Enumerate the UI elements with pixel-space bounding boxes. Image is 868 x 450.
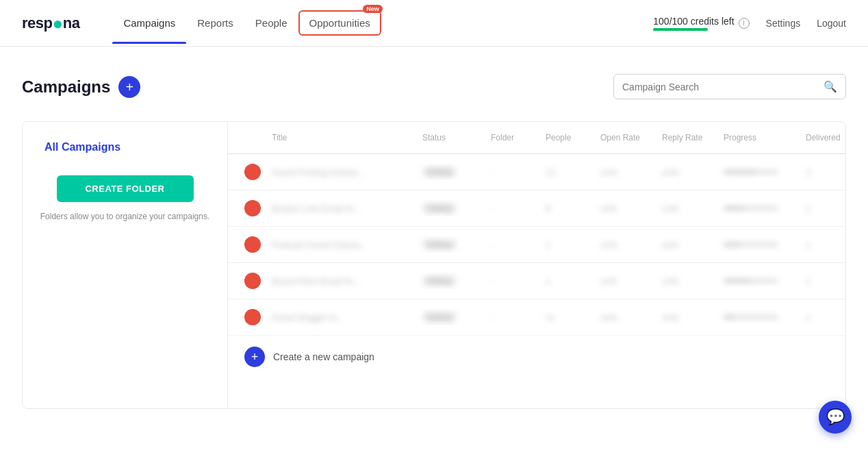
col-title: Title bbox=[266, 130, 417, 145]
row-delivered: 1 bbox=[800, 310, 845, 325]
row-people: 6 bbox=[540, 201, 595, 216]
table-row[interactable]: Brand Pitch Email fo... Editing - 1 xx% … bbox=[228, 263, 845, 299]
row-folder: - bbox=[485, 310, 540, 325]
row-progress bbox=[718, 167, 800, 177]
row-reply-rate: xx% bbox=[656, 273, 718, 289]
create-campaign-label: Create a new campaign bbox=[273, 351, 374, 362]
row-people: 1 bbox=[540, 273, 595, 289]
logout-link[interactable]: Logout bbox=[817, 18, 846, 29]
col-reply-rate: Reply Rate bbox=[656, 130, 718, 145]
settings-link[interactable]: Settings bbox=[766, 18, 801, 29]
col-open-rate: Open Rate bbox=[595, 130, 656, 145]
row-delivered: 1 bbox=[800, 164, 845, 180]
row-icon bbox=[239, 306, 266, 328]
header: resp●na Campaigns Reports People Opportu… bbox=[0, 0, 868, 47]
row-progress bbox=[718, 240, 800, 249]
nav-item-reports[interactable]: Reports bbox=[186, 2, 244, 44]
nav-item-opportunities[interactable]: Opportunities New bbox=[298, 10, 381, 36]
row-status: Editing bbox=[417, 273, 485, 289]
row-title: Guest bloggin fo... bbox=[266, 310, 417, 325]
credits-fill bbox=[653, 28, 708, 31]
table-row[interactable]: Broken Link Email fo... Editing - 6 xx% … bbox=[228, 190, 845, 227]
page-title: Campaigns bbox=[22, 77, 110, 97]
row-icon bbox=[239, 161, 266, 183]
row-status: Editing bbox=[417, 164, 485, 180]
row-open-rate: xx% bbox=[595, 237, 656, 253]
logo[interactable]: resp●na bbox=[22, 14, 79, 32]
row-people: 1 bbox=[540, 237, 595, 253]
row-title: Broken Link Email fo... bbox=[266, 201, 417, 216]
credits-text: 100/100 credits left bbox=[653, 16, 734, 27]
row-open-rate: xx% bbox=[595, 164, 656, 180]
row-folder: - bbox=[485, 237, 540, 253]
row-reply-rate: xx% bbox=[656, 310, 718, 325]
table-row[interactable]: Guest Posting Outrea... Editing - 11 xx%… bbox=[228, 154, 845, 190]
row-reply-rate: xx% bbox=[656, 164, 718, 180]
add-campaign-button[interactable]: + bbox=[118, 76, 140, 98]
row-folder: - bbox=[485, 273, 540, 289]
row-open-rate: xx% bbox=[595, 310, 656, 325]
table-row[interactable]: Podcast Guest Outrea... Editing - 1 xx% … bbox=[228, 227, 845, 263]
col-status: Status bbox=[417, 130, 485, 145]
page-title-container: Campaigns + bbox=[22, 76, 140, 98]
header-right: 100/100 credits left i Settings Logout bbox=[653, 16, 846, 31]
campaigns-sidebar: All Campaigns CREATE FOLDER Folders allo… bbox=[23, 122, 228, 408]
col-progress: Progress bbox=[718, 130, 800, 145]
col-delivered: Delivered bbox=[800, 130, 845, 145]
nav-item-people[interactable]: People bbox=[244, 2, 298, 44]
col-icon bbox=[239, 130, 266, 145]
credits-container: 100/100 credits left i bbox=[653, 16, 749, 31]
row-reply-rate: xx% bbox=[656, 237, 718, 253]
campaigns-area: All Campaigns CREATE FOLDER Folders allo… bbox=[22, 121, 846, 409]
row-delivered: 1 bbox=[800, 273, 845, 289]
credits-block: 100/100 credits left bbox=[653, 16, 734, 31]
credits-info-icon[interactable]: i bbox=[739, 18, 750, 29]
chat-icon: 💬 bbox=[826, 408, 845, 409]
row-status: Editing bbox=[417, 200, 485, 216]
create-campaign-icon: + bbox=[244, 347, 265, 367]
credits-bar bbox=[653, 28, 708, 31]
new-badge: New bbox=[363, 5, 383, 13]
table-row[interactable]: Guest bloggin fo... Editing - xx xx% xx%… bbox=[228, 299, 845, 336]
page-header: Campaigns + 🔍 bbox=[22, 74, 846, 99]
row-progress bbox=[718, 276, 800, 286]
row-progress bbox=[718, 312, 800, 322]
row-icon bbox=[239, 270, 266, 292]
col-folder: Folder bbox=[485, 130, 540, 145]
row-open-rate: xx% bbox=[595, 201, 656, 216]
campaigns-table: Title Status Folder People Open Rate Rep… bbox=[228, 122, 845, 408]
col-people: People bbox=[540, 130, 595, 145]
row-icon bbox=[239, 197, 266, 219]
main-nav: Campaigns Reports People Opportunities N… bbox=[112, 2, 653, 44]
logo-text: resp●na bbox=[22, 14, 79, 32]
row-title: Brand Pitch Email fo... bbox=[266, 273, 417, 289]
all-campaigns-label[interactable]: All Campaigns bbox=[36, 136, 214, 159]
row-open-rate: xx% bbox=[595, 273, 656, 289]
row-status: Editing bbox=[417, 309, 485, 325]
create-folder-button[interactable]: CREATE FOLDER bbox=[57, 175, 194, 202]
row-people: 11 bbox=[540, 164, 595, 180]
table-header: Title Status Folder People Open Rate Rep… bbox=[228, 122, 845, 154]
row-title: Podcast Guest Outrea... bbox=[266, 237, 417, 253]
row-progress bbox=[718, 203, 800, 213]
campaign-search-box: 🔍 bbox=[613, 74, 846, 99]
create-campaign-row[interactable]: + Create a new campaign bbox=[228, 336, 845, 378]
row-title: Guest Posting Outrea... bbox=[266, 164, 417, 180]
row-reply-rate: xx% bbox=[656, 201, 718, 216]
nav-item-campaigns[interactable]: Campaigns bbox=[112, 2, 186, 44]
row-folder: - bbox=[485, 164, 540, 180]
search-icon: 🔍 bbox=[824, 80, 837, 93]
row-people: xx bbox=[540, 310, 595, 325]
folder-hint: Folders allow you to organize your campa… bbox=[36, 210, 214, 223]
row-delivered: 1 bbox=[800, 201, 845, 216]
row-folder: - bbox=[485, 201, 540, 216]
opportunities-label: Opportunities bbox=[309, 17, 370, 29]
campaign-search-input[interactable] bbox=[622, 82, 818, 92]
row-delivered: 1 bbox=[800, 237, 845, 253]
row-status: Editing bbox=[417, 236, 485, 253]
main-content: Campaigns + 🔍 All Campaigns CREATE FOLDE… bbox=[0, 47, 868, 409]
row-icon bbox=[239, 234, 266, 255]
